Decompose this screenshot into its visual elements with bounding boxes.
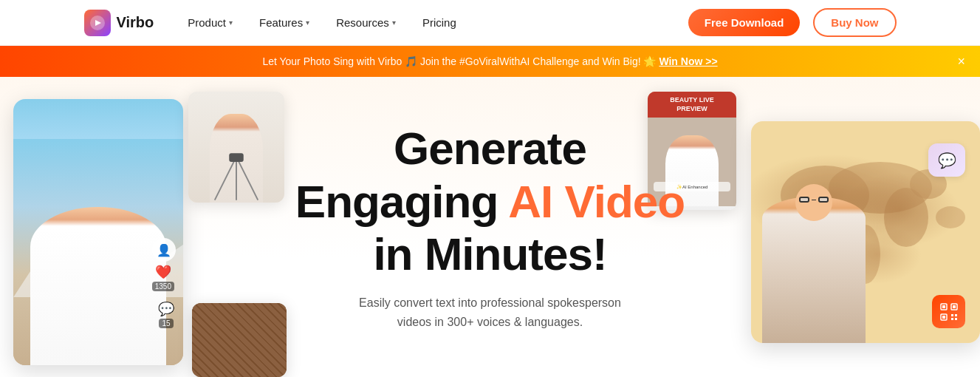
phone-card-left: ❤️ 1350 💬 15 👤 bbox=[13, 99, 183, 365]
hero-subtitle-line2: videos in 300+ voices & languages. bbox=[397, 316, 583, 328]
chevron-down-icon: ▾ bbox=[392, 18, 396, 27]
close-icon[interactable]: × bbox=[957, 54, 965, 69]
nav-product[interactable]: Product ▾ bbox=[177, 10, 243, 35]
hero-section: ❤️ 1350 💬 15 👤 bbox=[0, 77, 980, 377]
logo-text: Virbo bbox=[117, 14, 154, 31]
hero-title-minutes: in Minutes! bbox=[373, 228, 606, 279]
chevron-down-icon: ▾ bbox=[229, 18, 233, 27]
svg-line-4 bbox=[236, 157, 258, 200]
hero-text-center: Generate Engaging AI Video in Minutes! E… bbox=[295, 92, 685, 361]
banner-main-text: Let Your Photo Sing with Virbo 🎵 Join th… bbox=[262, 55, 656, 67]
card-woman-tripod bbox=[188, 92, 284, 203]
banner-link[interactable]: Win Now >> bbox=[659, 55, 717, 67]
svg-rect-17 bbox=[953, 305, 956, 308]
svg-rect-15 bbox=[942, 305, 945, 308]
svg-rect-21 bbox=[955, 314, 957, 316]
svg-rect-19 bbox=[942, 316, 945, 319]
nav-resources-label: Resources bbox=[336, 16, 389, 29]
svg-rect-20 bbox=[951, 314, 953, 316]
card-bottom-texture bbox=[192, 303, 287, 377]
chat-bubble: 💬 bbox=[928, 143, 965, 177]
world-map-card: 💬 bbox=[751, 121, 980, 343]
hero-subtitle-line1: Easily convert text into professional sp… bbox=[359, 296, 621, 309]
nav-pricing[interactable]: Pricing bbox=[412, 10, 467, 35]
nav-resources[interactable]: Resources ▾ bbox=[326, 10, 406, 35]
nav-pricing-label: Pricing bbox=[422, 16, 456, 29]
nav-features-label: Features bbox=[259, 16, 303, 29]
nav-features[interactable]: Features ▾ bbox=[249, 10, 320, 35]
chevron-down-icon: ▾ bbox=[306, 18, 309, 27]
svg-line-3 bbox=[215, 157, 236, 200]
phone-heart-ui: ❤️ 1350 bbox=[152, 264, 174, 291]
free-download-button[interactable]: Free Download bbox=[688, 9, 801, 36]
logo-icon bbox=[84, 10, 111, 36]
comment-count: 15 bbox=[159, 319, 173, 328]
svg-rect-22 bbox=[951, 318, 953, 320]
hero-title: Generate Engaging AI Video in Minutes! bbox=[295, 122, 685, 280]
svg-rect-6 bbox=[229, 153, 244, 162]
phone-profile-badge: 👤 bbox=[152, 238, 176, 262]
svg-rect-23 bbox=[955, 318, 957, 320]
promo-banner: Let Your Photo Sing with Virbo 🎵 Join th… bbox=[0, 46, 980, 77]
hero-title-line1: Generate bbox=[394, 123, 586, 174]
hero-title-ai-video: AI Video bbox=[508, 176, 685, 227]
nav-product-label: Product bbox=[188, 16, 226, 29]
navbar: Virbo Product ▾ Features ▾ Resources ▾ P… bbox=[0, 0, 980, 46]
phone-comment-ui: 💬 15 bbox=[158, 301, 174, 328]
heart-count: 1350 bbox=[152, 282, 174, 291]
hero-subtitle: Easily convert text into professional sp… bbox=[295, 293, 685, 331]
hero-title-engaging: Engaging bbox=[295, 176, 498, 227]
qr-badge bbox=[932, 295, 965, 328]
svg-point-13 bbox=[936, 206, 965, 228]
banner-text: Let Your Photo Sing with Virbo 🎵 Join th… bbox=[262, 55, 717, 67]
logo[interactable]: Virbo bbox=[84, 10, 154, 36]
buy-now-button[interactable]: Buy Now bbox=[813, 8, 896, 37]
